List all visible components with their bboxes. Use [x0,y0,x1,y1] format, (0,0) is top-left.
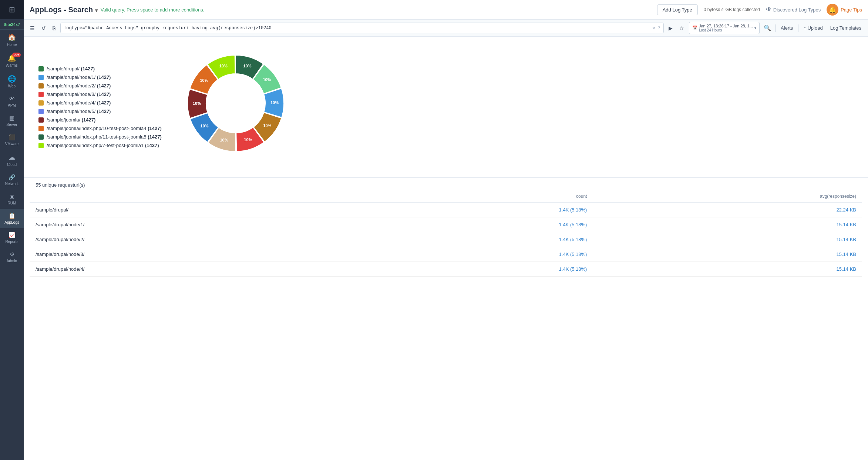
legend-color-3 [38,92,44,97]
row-path-0: /sample/drupal/ [30,202,370,217]
sidebar-item-applogs[interactable]: 📋 AppLogs [0,209,24,228]
page-tips-button[interactable]: 🔔 [827,4,838,16]
vmware-icon: ⬛ [9,134,16,141]
alerts-btn[interactable]: Alerts [778,24,795,32]
row-avgsize-4[interactable]: 15.14 KB [593,262,862,277]
admin-icon: ⚙ [10,251,14,258]
legend-label-2: /sample/drupal/node/2/ (1427) [47,83,111,89]
table-row[interactable]: /sample/drupal/node/3/ 1.4K (5.18%) 15.1… [30,247,862,262]
date-range-picker[interactable]: 📅 Jan 27, 13:26:17 - Jan 28, 1... Last 2… [689,22,760,34]
legend-color-7 [38,126,44,131]
page-tips-label[interactable]: Page Tips [841,7,862,13]
sidebar-item-vmware[interactable]: ⬛ VMware [0,130,24,150]
table-row[interactable]: /sample/drupal/ 1.4K (5.18%) 22.24 KB [30,202,862,217]
query-help-btn[interactable]: ? [657,25,660,31]
legend-item-2: /sample/drupal/node/2/ (1427) [38,83,162,89]
eye-icon: 👁 [766,6,772,13]
star-btn[interactable]: ☆ [677,24,686,32]
donut-label: 10% [200,78,208,83]
table-row[interactable]: /sample/drupal/node/4/ 1.4K (5.18%) 15.1… [30,262,862,277]
row-count-0[interactable]: 1.4K (5.18%) [370,202,593,217]
reports-icon: 📈 [9,232,16,239]
bell-icon: 🔔 [829,6,836,13]
sidebar-item-rum[interactable]: ◉ RUM [0,190,24,209]
legend-item-6: /sample/joomla/ (1427) [38,117,162,123]
table-row[interactable]: /sample/drupal/node/1/ 1.4K (5.18%) 15.1… [30,217,862,232]
apm-icon: 👁 [9,96,15,102]
sidebar-item-server[interactable]: ▦ Server [0,111,24,130]
cloud-icon: ☁ [9,153,15,161]
sidebar-item-applogs-label: AppLogs [4,220,19,224]
sidebar-item-cloud-label: Cloud [7,163,17,167]
query-clear-btn[interactable]: ✕ [652,25,655,31]
sidebar-item-admin[interactable]: ⚙ Admin [0,247,24,267]
sidebar-item-alarms[interactable]: 99+ 🔔 Alarms [0,50,24,71]
row-avgsize-1[interactable]: 15.14 KB [593,217,862,232]
row-count-4[interactable]: 1.4K (5.18%) [370,262,593,277]
calendar-icon: 📅 [692,26,697,30]
legend-label-6: /sample/joomla/ (1427) [47,117,95,123]
row-avgsize-0[interactable]: 22.24 KB [593,202,862,217]
col-path [30,191,370,202]
chart-legend: /sample/drupal/ (1427) /sample/drupal/no… [38,66,162,148]
valid-message: Valid query. Press space to add more con… [101,7,205,13]
search-icon[interactable]: 🔍 [763,23,772,33]
add-log-type-button[interactable]: Add Log Type [657,4,698,15]
page-tips-container: 🔔 Page Tips [827,4,862,16]
sidebar-item-rum-label: RUM [8,201,16,205]
sidebar-item-cloud[interactable]: ☁ Cloud [0,150,24,170]
col-count: count [370,191,593,202]
discovered-log-types-link[interactable]: 👁 Discovered Log Types [766,6,821,13]
date-range-main: Jan 27, 13:26:17 - Jan 28, 1... [699,24,753,28]
query-text[interactable]: logtype="Apache Access Logs" groupby req… [64,26,650,31]
grid-icon: ⊞ [9,5,15,14]
sidebar: ⊞ Site24x7 🏠 Home 99+ 🔔 Alarms 🌐 Web 👁 A… [0,0,24,460]
legend-label-4: /sample/drupal/node/4/ (1427) [47,100,111,106]
sidebar-item-home[interactable]: 🏠 Home [0,30,24,50]
refresh-btn[interactable]: ↺ [40,24,48,32]
title-chevron[interactable]: ▾ [95,7,98,13]
legend-label-1: /sample/drupal/node/1/ (1427) [47,74,111,80]
applogs-icon: 📋 [9,213,16,219]
legend-color-2 [38,83,44,89]
date-range-sub: Last 24 Hours [699,28,753,32]
sidebar-item-web-label: Web [8,84,16,88]
row-path-1: /sample/drupal/node/1/ [30,217,370,232]
brand-logo: Site24x7 [4,22,20,27]
header-left: AppLogs - Search ▾ Valid query. Press sp… [30,6,204,14]
toolbar-divider2 [798,24,798,32]
col-avgsize: avg(responsesize) [593,191,862,202]
sidebar-item-server-label: Server [6,123,17,127]
sidebar-item-apm-label: APM [8,103,16,107]
row-avgsize-3[interactable]: 15.14 KB [593,247,862,262]
legend-label-9: /sample/joomla/index.php/7-test-post-joo… [47,143,159,148]
sidebar-item-reports[interactable]: 📈 Reports [0,228,24,247]
log-templates-btn[interactable]: Log Templates [828,24,864,32]
row-count-1[interactable]: 1.4K (5.18%) [370,217,593,232]
row-count-2[interactable]: 1.4K (5.18%) [370,232,593,247]
legend-item-9: /sample/joomla/index.php/7-test-post-joo… [38,143,162,148]
sidebar-item-network[interactable]: 🔗 Network [0,170,24,190]
donut-label: 10% [219,64,227,68]
menu-icon-btn[interactable]: ☰ [28,24,37,32]
header: AppLogs - Search ▾ Valid query. Press sp… [24,0,868,20]
sidebar-item-apm[interactable]: 👁 APM [0,92,24,111]
donut-chart: 10%10%10%10%10%10%10%10%10%10% [176,44,302,170]
sidebar-item-web[interactable]: 🌐 Web [0,71,24,92]
legend-item-1: /sample/drupal/node/1/ (1427) [38,74,162,80]
copy-btn[interactable]: ⎘ [51,24,57,32]
app-grid-button[interactable]: ⊞ [0,0,24,19]
row-avgsize-2[interactable]: 15.14 KB [593,232,862,247]
legend-color-8 [38,134,44,140]
upload-btn[interactable]: ↑ Upload [801,24,825,32]
rerun-btn[interactable]: ▶ [667,24,674,32]
legend-item-7: /sample/joomla/index.php/10-test-post-jo… [38,126,162,131]
table-row[interactable]: /sample/drupal/node/2/ 1.4K (5.18%) 15.1… [30,232,862,247]
content-area: /sample/drupal/ (1427) /sample/drupal/no… [24,37,868,460]
row-count-3[interactable]: 1.4K (5.18%) [370,247,593,262]
donut-label: 10% [270,100,279,105]
web-icon: 🌐 [8,75,16,83]
legend-item-8: /sample/joomla/index.php/11-test-post-jo… [38,134,162,140]
legend-color-5 [38,109,44,114]
legend-label-7: /sample/joomla/index.php/10-test-post-jo… [47,126,162,131]
